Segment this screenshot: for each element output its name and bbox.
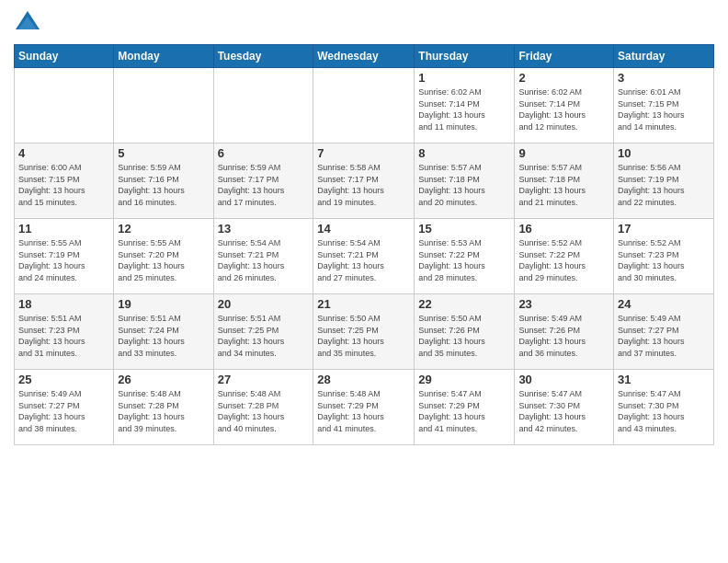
day-info: Sunrise: 5:55 AM Sunset: 7:20 PM Dayligh… — [118, 237, 209, 283]
day-info: Sunrise: 5:48 AM Sunset: 7:28 PM Dayligh… — [118, 388, 209, 434]
day-number: 15 — [418, 222, 510, 236]
day-info: Sunrise: 5:48 AM Sunset: 7:28 PM Dayligh… — [218, 388, 310, 434]
day-info: Sunrise: 6:00 AM Sunset: 7:15 PM Dayligh… — [18, 162, 109, 208]
calendar-cell: 17Sunrise: 5:52 AM Sunset: 7:23 PM Dayli… — [614, 219, 714, 294]
calendar-cell: 6Sunrise: 5:59 AM Sunset: 7:17 PM Daylig… — [213, 144, 313, 219]
calendar-cell: 28Sunrise: 5:48 AM Sunset: 7:29 PM Dayli… — [313, 370, 415, 445]
calendar-cell: 12Sunrise: 5:55 AM Sunset: 7:20 PM Dayli… — [114, 219, 213, 294]
day-number: 6 — [218, 146, 310, 160]
day-info: Sunrise: 5:47 AM Sunset: 7:29 PM Dayligh… — [418, 388, 510, 434]
calendar-cell: 22Sunrise: 5:50 AM Sunset: 7:26 PM Dayli… — [415, 294, 515, 370]
calendar-cell: 21Sunrise: 5:50 AM Sunset: 7:25 PM Dayli… — [313, 294, 415, 370]
day-info: Sunrise: 5:50 AM Sunset: 7:25 PM Dayligh… — [317, 313, 410, 359]
col-header-friday: Friday — [515, 45, 614, 68]
calendar-cell: 10Sunrise: 5:56 AM Sunset: 7:19 PM Dayli… — [614, 144, 714, 219]
calendar-cell: 3Sunrise: 6:01 AM Sunset: 7:15 PM Daylig… — [614, 68, 714, 144]
day-number: 20 — [218, 297, 310, 311]
calendar-cell: 19Sunrise: 5:51 AM Sunset: 7:24 PM Dayli… — [114, 294, 213, 370]
week-row-5: 25Sunrise: 5:49 AM Sunset: 7:27 PM Dayli… — [15, 370, 714, 445]
calendar-cell: 5Sunrise: 5:59 AM Sunset: 7:16 PM Daylig… — [114, 144, 213, 219]
day-number: 3 — [618, 71, 710, 85]
week-row-2: 4Sunrise: 6:00 AM Sunset: 7:15 PM Daylig… — [15, 144, 714, 219]
day-number: 2 — [518, 71, 609, 85]
day-info: Sunrise: 5:54 AM Sunset: 7:21 PM Dayligh… — [317, 237, 410, 283]
calendar-cell: 15Sunrise: 5:53 AM Sunset: 7:22 PM Dayli… — [415, 219, 515, 294]
day-info: Sunrise: 6:02 AM Sunset: 7:14 PM Dayligh… — [418, 86, 510, 132]
day-number: 7 — [317, 146, 410, 160]
calendar-cell: 18Sunrise: 5:51 AM Sunset: 7:23 PM Dayli… — [15, 294, 114, 370]
calendar-cell: 27Sunrise: 5:48 AM Sunset: 7:28 PM Dayli… — [213, 370, 313, 445]
calendar-cell — [213, 68, 313, 144]
day-info: Sunrise: 5:54 AM Sunset: 7:21 PM Dayligh… — [218, 237, 310, 283]
day-info: Sunrise: 5:55 AM Sunset: 7:19 PM Dayligh… — [18, 237, 109, 283]
calendar-cell: 7Sunrise: 5:58 AM Sunset: 7:17 PM Daylig… — [313, 144, 415, 219]
day-number: 13 — [218, 222, 310, 236]
col-header-monday: Monday — [114, 45, 213, 68]
day-number: 28 — [317, 373, 410, 386]
day-number: 27 — [218, 373, 310, 386]
day-info: Sunrise: 5:49 AM Sunset: 7:27 PM Dayligh… — [618, 313, 710, 359]
calendar-cell: 16Sunrise: 5:52 AM Sunset: 7:22 PM Dayli… — [515, 219, 614, 294]
col-header-sunday: Sunday — [15, 45, 114, 68]
day-number: 24 — [618, 297, 710, 311]
day-info: Sunrise: 5:51 AM Sunset: 7:23 PM Dayligh… — [18, 313, 109, 359]
col-header-saturday: Saturday — [614, 45, 714, 68]
day-info: Sunrise: 5:47 AM Sunset: 7:30 PM Dayligh… — [518, 388, 609, 434]
calendar-cell: 30Sunrise: 5:47 AM Sunset: 7:30 PM Dayli… — [515, 370, 614, 445]
calendar-cell: 8Sunrise: 5:57 AM Sunset: 7:18 PM Daylig… — [415, 144, 515, 219]
day-info: Sunrise: 5:51 AM Sunset: 7:25 PM Dayligh… — [218, 313, 310, 359]
logo — [14, 9, 45, 37]
calendar-cell: 11Sunrise: 5:55 AM Sunset: 7:19 PM Dayli… — [15, 219, 114, 294]
day-info: Sunrise: 5:52 AM Sunset: 7:22 PM Dayligh… — [518, 237, 609, 283]
day-number: 12 — [118, 222, 209, 236]
page: SundayMondayTuesdayWednesdayThursdayFrid… — [0, 0, 728, 563]
calendar-cell — [114, 68, 213, 144]
day-info: Sunrise: 5:51 AM Sunset: 7:24 PM Dayligh… — [118, 313, 209, 359]
day-number: 26 — [118, 373, 209, 386]
day-info: Sunrise: 5:49 AM Sunset: 7:27 PM Dayligh… — [18, 388, 109, 434]
calendar-cell: 9Sunrise: 5:57 AM Sunset: 7:18 PM Daylig… — [515, 144, 614, 219]
day-info: Sunrise: 5:56 AM Sunset: 7:19 PM Dayligh… — [618, 162, 710, 208]
calendar-cell: 24Sunrise: 5:49 AM Sunset: 7:27 PM Dayli… — [614, 294, 714, 370]
day-number: 16 — [518, 222, 609, 236]
day-number: 25 — [18, 373, 109, 386]
day-info: Sunrise: 6:02 AM Sunset: 7:14 PM Dayligh… — [518, 86, 609, 132]
day-number: 21 — [317, 297, 410, 311]
week-row-3: 11Sunrise: 5:55 AM Sunset: 7:19 PM Dayli… — [15, 219, 714, 294]
calendar-cell: 14Sunrise: 5:54 AM Sunset: 7:21 PM Dayli… — [313, 219, 415, 294]
col-header-tuesday: Tuesday — [213, 45, 313, 68]
calendar-cell: 29Sunrise: 5:47 AM Sunset: 7:29 PM Dayli… — [415, 370, 515, 445]
calendar-cell: 31Sunrise: 5:47 AM Sunset: 7:30 PM Dayli… — [614, 370, 714, 445]
day-number: 17 — [618, 222, 710, 236]
day-info: Sunrise: 5:49 AM Sunset: 7:26 PM Dayligh… — [518, 313, 609, 359]
day-number: 23 — [518, 297, 609, 311]
day-info: Sunrise: 5:59 AM Sunset: 7:16 PM Dayligh… — [118, 162, 209, 208]
day-number: 8 — [418, 146, 510, 160]
calendar-cell — [15, 68, 114, 144]
logo-icon — [14, 9, 41, 37]
day-number: 19 — [118, 297, 209, 311]
calendar-cell: 25Sunrise: 5:49 AM Sunset: 7:27 PM Dayli… — [15, 370, 114, 445]
calendar-header: SundayMondayTuesdayWednesdayThursdayFrid… — [15, 45, 714, 68]
day-number: 30 — [518, 373, 609, 386]
day-info: Sunrise: 5:57 AM Sunset: 7:18 PM Dayligh… — [418, 162, 510, 208]
day-number: 1 — [418, 71, 510, 85]
calendar-cell: 23Sunrise: 5:49 AM Sunset: 7:26 PM Dayli… — [515, 294, 614, 370]
day-number: 5 — [118, 146, 209, 160]
calendar-cell: 13Sunrise: 5:54 AM Sunset: 7:21 PM Dayli… — [213, 219, 313, 294]
day-number: 31 — [618, 373, 710, 386]
calendar-cell: 2Sunrise: 6:02 AM Sunset: 7:14 PM Daylig… — [515, 68, 614, 144]
calendar: SundayMondayTuesdayWednesdayThursdayFrid… — [14, 44, 714, 445]
calendar-cell: 4Sunrise: 6:00 AM Sunset: 7:15 PM Daylig… — [15, 144, 114, 219]
calendar-cell — [313, 68, 415, 144]
day-info: Sunrise: 5:52 AM Sunset: 7:23 PM Dayligh… — [618, 237, 710, 283]
day-info: Sunrise: 6:01 AM Sunset: 7:15 PM Dayligh… — [618, 86, 710, 132]
header — [14, 9, 714, 37]
day-number: 10 — [618, 146, 710, 160]
day-info: Sunrise: 5:58 AM Sunset: 7:17 PM Dayligh… — [317, 162, 410, 208]
day-number: 29 — [418, 373, 510, 386]
day-number: 9 — [518, 146, 609, 160]
header-row: SundayMondayTuesdayWednesdayThursdayFrid… — [15, 45, 714, 68]
calendar-cell: 1Sunrise: 6:02 AM Sunset: 7:14 PM Daylig… — [415, 68, 515, 144]
day-info: Sunrise: 5:48 AM Sunset: 7:29 PM Dayligh… — [317, 388, 410, 434]
